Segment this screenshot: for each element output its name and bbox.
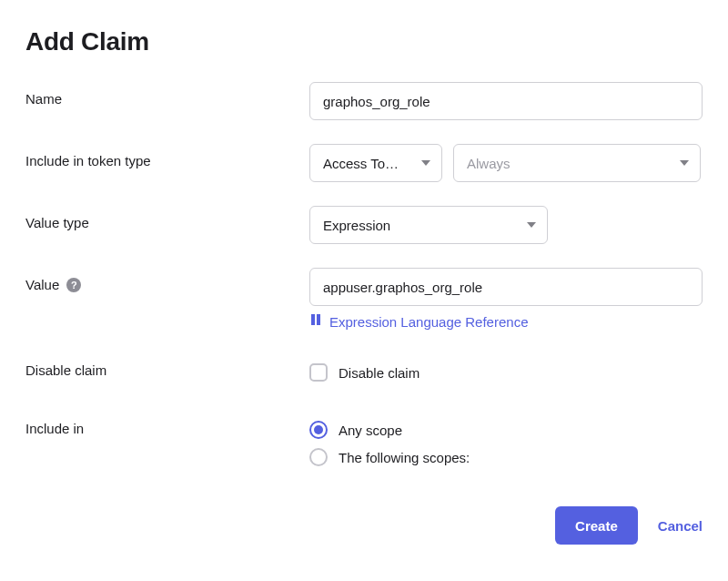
radio-following-scopes-label: The following scopes:	[339, 450, 470, 465]
include-in-label: Include in	[25, 415, 309, 436]
radio-any-scope-label: Any scope	[339, 423, 402, 438]
token-condition-selected: Always	[467, 156, 511, 171]
row-value: Value ? Expression Language Reference	[25, 268, 703, 330]
disable-claim-checkbox-label: Disable claim	[339, 365, 420, 381]
footer-actions: Create Cancel	[25, 506, 703, 545]
token-type-selected: Access To…	[323, 156, 399, 171]
cancel-button[interactable]: Cancel	[658, 518, 703, 534]
row-include-in: Include in Any scope The following scope…	[25, 415, 703, 466]
disable-claim-label: Disable claim	[25, 353, 309, 378]
value-type-label: Value type	[25, 206, 309, 230]
row-value-type: Value type Expression	[25, 206, 703, 244]
value-input[interactable]	[309, 268, 703, 306]
disable-claim-checkbox[interactable]	[309, 363, 328, 382]
radio-following-scopes[interactable]: The following scopes:	[309, 448, 703, 466]
page-title: Add Claim	[25, 27, 703, 56]
help-icon[interactable]: ?	[66, 278, 81, 292]
chevron-down-icon	[421, 160, 430, 166]
chevron-down-icon	[680, 160, 689, 166]
token-type-select[interactable]: Access To…	[309, 144, 442, 182]
value-type-select[interactable]: Expression	[309, 206, 548, 244]
value-label: Value	[25, 277, 59, 292]
token-type-label: Include in token type	[25, 144, 309, 168]
token-condition-select[interactable]: Always	[453, 144, 701, 182]
chevron-down-icon	[527, 222, 536, 228]
create-button[interactable]: Create	[555, 506, 638, 545]
row-token-type: Include in token type Access To… Always	[25, 144, 703, 182]
value-type-selected: Expression	[323, 218, 390, 233]
expression-reference-link[interactable]: Expression Language Reference	[329, 314, 528, 330]
radio-icon-unselected	[309, 448, 328, 466]
radio-any-scope[interactable]: Any scope	[309, 421, 703, 439]
disable-claim-checkbox-wrap[interactable]: Disable claim	[309, 353, 703, 392]
name-label: Name	[25, 82, 309, 107]
book-icon	[309, 313, 322, 330]
add-claim-form: Name Include in token type Access To… Al…	[25, 82, 703, 466]
row-disable-claim: Disable claim Disable claim	[25, 353, 703, 392]
row-name: Name	[25, 82, 703, 120]
radio-icon-selected	[309, 421, 328, 439]
name-input[interactable]	[309, 82, 703, 120]
